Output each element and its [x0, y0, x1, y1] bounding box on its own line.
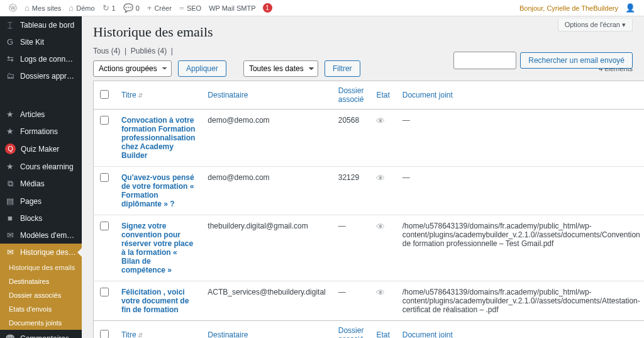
col-dossier-foot[interactable]: Dossier associé — [338, 326, 364, 338]
row-recipient: demo@demo.com — [201, 110, 331, 167]
submenu-item[interactable]: Destinataires — [0, 274, 82, 288]
main-content: Options de l'écran ▾ Historique des emai… — [82, 16, 644, 338]
screen-options-button[interactable]: Options de l'écran ▾ — [558, 19, 633, 31]
admin-bar: ⓦ ⌂Mes sites ⌂Démo ↻1 💬0 +Créer ⎓SEO WP … — [0, 0, 644, 16]
howdy-text: Bonjour, Cyrielle de TheBuildery — [519, 4, 618, 12]
menu-icon: ▤ — [5, 196, 15, 206]
bulk-actions-select[interactable]: Actions groupées — [93, 60, 172, 77]
wp-mail-smtp[interactable]: WP Mail SMTP 1 — [205, 3, 275, 13]
row-checkbox[interactable] — [100, 222, 109, 230]
seo[interactable]: ⎓SEO — [175, 3, 205, 13]
view-all[interactable]: Tous (4) — [93, 47, 120, 55]
site-name[interactable]: ⌂Démo — [65, 3, 98, 13]
col-etat-foot[interactable]: Etat — [376, 330, 389, 338]
select-all-header — [94, 81, 116, 110]
seo-label: SEO — [187, 4, 201, 12]
new-content[interactable]: +Créer — [143, 3, 175, 13]
eye-icon: 👁 — [376, 222, 385, 232]
sidebar-item-tableau-de-bord[interactable]: ⌶Tableau de bord — [0, 16, 82, 33]
howdy[interactable]: Bonjour, Cyrielle de TheBuildery 👤 — [516, 3, 639, 13]
sidebar-item-cours-elearning[interactable]: ★Cours elearning — [0, 158, 82, 175]
site-name-label: Démo — [76, 4, 94, 12]
search-button[interactable]: Rechercher un email envoyé — [520, 52, 633, 69]
row-title-link[interactable]: Convocation à votre formation Formation … — [121, 116, 195, 160]
sort-icon: ⇵ — [138, 92, 143, 99]
menu-label: Site Kit — [20, 38, 77, 47]
user-icon: 👤 — [625, 3, 635, 13]
plus-icon: + — [147, 3, 152, 13]
select-all-checkbox-foot[interactable] — [100, 330, 109, 339]
view-published[interactable]: Publiés (4) — [131, 47, 167, 55]
sidebar-item-m-dias[interactable]: ⧉Médias — [0, 175, 82, 193]
wpmail-badge: 1 — [263, 3, 272, 13]
row-checkbox[interactable] — [100, 116, 109, 125]
sidebar-item-site-kit[interactable]: GSite Kit — [0, 33, 82, 50]
menu-label: Quiz Maker — [21, 145, 77, 154]
col-document[interactable]: Document joint — [402, 91, 453, 99]
menu-icon: 💬 — [5, 334, 15, 338]
menu-label: Blocks — [20, 214, 77, 223]
col-recipient-foot[interactable]: Destinataire — [208, 330, 248, 338]
col-document-foot[interactable]: Document joint — [402, 330, 453, 338]
sidebar-item-quiz-maker[interactable]: QQuiz Maker — [0, 140, 82, 158]
wp-logo[interactable]: ⓦ — [5, 3, 21, 14]
wpmail-label: WP Mail SMTP — [209, 4, 255, 12]
table-row: Convocation à votre formation Formation … — [94, 110, 645, 167]
sidebar-item-commentaires[interactable]: 💬Commentaires — [0, 330, 82, 338]
comments[interactable]: 💬0 — [119, 3, 143, 13]
row-title-link[interactable]: Félicitation , voici votre document de f… — [121, 288, 189, 314]
col-etat[interactable]: Etat — [376, 91, 389, 99]
sidebar-item-formations[interactable]: ★Formations — [0, 123, 82, 140]
col-recipient[interactable]: Destinataire — [208, 91, 248, 99]
submenu-item[interactable]: Documents joints — [0, 316, 82, 330]
menu-label: Logs de connexion — [20, 55, 77, 64]
update-icon: ↻ — [103, 3, 109, 13]
col-title[interactable]: Titre⇵ — [121, 91, 143, 99]
menu-label: Commentaires — [20, 334, 77, 339]
row-title-link[interactable]: Qu'avez-vous pensé de votre formation « … — [121, 173, 194, 208]
sidebar-item-mod-les-d-emails[interactable]: ✉Modèles d'emails — [0, 227, 82, 244]
comment-icon: 💬 — [123, 3, 133, 13]
row-title-link[interactable]: Signez votre convention pour réserver vo… — [121, 222, 193, 274]
search-input[interactable] — [453, 52, 516, 69]
select-all-checkbox[interactable] — [100, 90, 109, 99]
menu-icon: ✉ — [5, 247, 15, 257]
row-checkbox[interactable] — [100, 173, 109, 182]
dates-filter-select[interactable]: Toutes les dates — [243, 60, 318, 77]
row-dossier: — — [332, 281, 370, 321]
table-row: Félicitation , voici votre document de f… — [94, 281, 645, 321]
menu-separator — [0, 87, 82, 103]
row-recipient: ACTB_services@thebuildery.digital — [201, 281, 331, 321]
seo-icon: ⎓ — [179, 3, 184, 13]
home-icon: ⌂ — [69, 3, 74, 13]
row-checkbox[interactable] — [100, 288, 109, 296]
menu-label: Formations — [20, 127, 77, 136]
menu-icon: ★ — [5, 162, 15, 171]
sidebar-item-dossiers-apprenants[interactable]: 🗂Dossiers apprenants — [0, 67, 82, 84]
my-sites[interactable]: ⌂Mes sites — [21, 3, 65, 13]
sidebar-item-logs-de-connexion[interactable]: ⇆Logs de connexion — [0, 50, 82, 67]
sidebar-item-historique-des-emails[interactable]: ✉Historique des emails — [0, 244, 82, 261]
row-document: /home/u578643139/domains/fr.academy/publ… — [396, 281, 644, 321]
sidebar-item-articles[interactable]: ★Articles — [0, 106, 82, 123]
col-title-foot[interactable]: Titre⇵ — [121, 330, 143, 338]
comments-count: 0 — [136, 4, 140, 12]
admin-sidebar: ⌶Tableau de bordGSite Kit⇆Logs de connex… — [0, 16, 82, 338]
filter-button[interactable]: Filtrer — [325, 60, 360, 77]
menu-icon: ✉ — [5, 230, 15, 240]
wordpress-icon: ⓦ — [9, 3, 17, 14]
updates[interactable]: ↻1 — [99, 3, 119, 13]
sidebar-item-blocks[interactable]: ■Blocks — [0, 210, 82, 227]
submenu-item[interactable]: Etats d'envois — [0, 302, 82, 316]
row-document: /home/u578643139/domains/fr.academy/publ… — [396, 215, 644, 281]
table-row: Qu'avez-vous pensé de votre formation « … — [94, 167, 645, 215]
col-dossier[interactable]: Dossier associé — [338, 86, 364, 104]
bulk-apply-button[interactable]: Appliquer — [178, 60, 226, 77]
sidebar-item-pages[interactable]: ▤Pages — [0, 193, 82, 210]
menu-icon: ★ — [5, 127, 15, 136]
sidebar-submenu: Historique des emailsDestinatairesDossie… — [0, 261, 82, 330]
submenu-item[interactable]: Historique des emails — [0, 261, 82, 274]
menu-label: Pages — [20, 197, 77, 206]
submenu-item[interactable]: Dossier associés — [0, 288, 82, 302]
updates-count: 1 — [112, 4, 116, 12]
